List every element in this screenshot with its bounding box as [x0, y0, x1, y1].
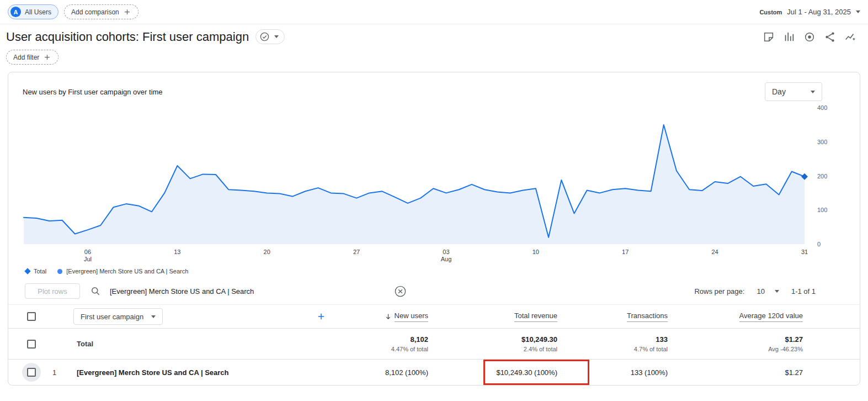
add-comparison-chip[interactable]: Add comparison [64, 4, 139, 19]
title-row: User acquisition cohorts: First user cam… [0, 24, 868, 45]
svg-text:300: 300 [817, 139, 827, 145]
granularity-select[interactable]: Day [765, 82, 822, 101]
date-range-type: Custom [759, 9, 782, 15]
row-index: 1 [52, 368, 56, 377]
svg-text:03: 03 [443, 249, 449, 255]
totals-new-users: 8,102 [410, 335, 428, 344]
total-marker-icon [24, 268, 30, 274]
totals-transactions: 133 [656, 335, 668, 344]
chevron-down-icon [151, 315, 156, 318]
totals-transactions-pct: 4.7% of total [634, 346, 668, 352]
date-range-picker[interactable]: Custom Jul 1 - Aug 31, 2025 [759, 8, 860, 16]
date-range-value: Jul 1 - Aug 31, 2025 [787, 8, 851, 16]
svg-text:Jul: Jul [84, 256, 92, 262]
all-users-label: All Users [25, 8, 51, 16]
rows-per-page-label: Rows per page: [694, 287, 744, 296]
svg-text:400: 400 [817, 104, 827, 111]
page-title: User acquisition cohorts: First user cam… [6, 30, 249, 44]
select-all-checkbox[interactable] [27, 312, 36, 321]
svg-text:200: 200 [817, 173, 827, 180]
table-search [90, 285, 407, 298]
column-header-average-120d-value[interactable]: Average 120d value [739, 312, 803, 322]
legend-label: [Evergreen] Merch Store US and CA | Sear… [66, 268, 188, 275]
column-header-total-revenue[interactable]: Total revenue [514, 312, 557, 322]
totals-new-users-pct: 4.47% of total [391, 346, 428, 352]
totals-avg-120d-value-sub: Avg -46.23% [768, 346, 803, 352]
chevron-down-icon [775, 290, 779, 293]
totals-avg-120d-value: $1.27 [785, 335, 803, 344]
plot-rows-button[interactable]: Plot rows [25, 283, 80, 299]
add-comparison-label: Add comparison [71, 8, 119, 16]
target-icon[interactable] [803, 30, 816, 44]
chart-legend: Total [Evergreen] Merch Store US and CA … [8, 265, 860, 278]
legend-item-total[interactable]: Total [25, 268, 46, 275]
column-header-transactions[interactable]: Transactions [627, 312, 668, 322]
legend-item-campaign[interactable]: [Evergreen] Merch Store US and CA | Sear… [57, 268, 188, 275]
audience-avatar: A [10, 7, 21, 17]
report-actions [762, 30, 860, 44]
table-header-row: First user campaign New users Total reve… [8, 304, 860, 329]
all-users-chip[interactable]: A All Users [8, 4, 58, 19]
pagination-label: 1-1 of 1 [791, 287, 816, 296]
svg-text:13: 13 [174, 249, 180, 255]
totals-row-checkbox[interactable] [27, 340, 36, 349]
row-campaign-name[interactable]: [Evergreen] Merch Store US and CA | Sear… [77, 368, 229, 377]
totals-total-revenue: $10,249.30 [521, 335, 557, 344]
rows-per-page-select[interactable]: 10 [757, 287, 779, 296]
search-icon [90, 286, 101, 297]
totals-total-revenue-pct: 2.4% of total [524, 346, 557, 352]
checkbox-halo [22, 363, 41, 382]
plus-icon [123, 8, 131, 16]
notes-icon[interactable] [762, 30, 775, 44]
data-quality-badge[interactable] [255, 29, 285, 44]
share-icon[interactable] [823, 30, 837, 44]
chart-header: New users by First user campaign over ti… [8, 72, 860, 101]
svg-text:100: 100 [817, 207, 827, 213]
pagination-controls: Rows per page: 10 1-1 of 1 [694, 287, 816, 296]
svg-text:31: 31 [801, 249, 808, 255]
row-transactions: 133 (100%) [631, 368, 668, 377]
row-total-revenue: $10,249.30 (100%) [496, 368, 557, 377]
topbar: A All Users Add comparison Custom Jul 1 … [0, 0, 868, 24]
sort-descending-icon [384, 313, 392, 321]
svg-text:0: 0 [817, 241, 821, 247]
clear-search-icon[interactable] [394, 285, 407, 298]
add-secondary-dimension-button[interactable] [316, 312, 326, 321]
svg-text:10: 10 [532, 249, 539, 255]
chevron-down-icon [856, 10, 860, 13]
row-new-users: 8,102 (100%) [385, 368, 428, 377]
svg-text:17: 17 [622, 249, 629, 255]
search-input[interactable] [109, 287, 386, 296]
svg-text:06: 06 [84, 249, 91, 255]
timeseries-line-chart[interactable]: 010020030040006Jul13202703Aug10172431 [8, 101, 859, 265]
add-filter-label: Add filter [13, 54, 39, 61]
chevron-down-icon [274, 35, 279, 38]
row-avg-120d-value: $1.27 [785, 368, 803, 377]
bar-chart-icon[interactable] [782, 30, 796, 44]
row-checkbox[interactable] [27, 368, 36, 377]
check-circle-icon [259, 31, 270, 42]
table-totals-row: Total 8,102 4.47% of total $10,249.30 2.… [8, 329, 860, 360]
campaign-marker-icon [57, 269, 62, 274]
add-filter-chip[interactable]: Add filter [6, 50, 58, 65]
column-header-new-users[interactable]: New users [395, 312, 428, 322]
table-toolbar: Plot rows Rows per page: 10 1-1 of 1 [8, 278, 860, 304]
chart-title: New users by First user campaign over ti… [23, 82, 163, 96]
dimension-header-label: First user campaign [81, 313, 143, 321]
svg-text:24: 24 [711, 249, 718, 255]
insights-icon[interactable] [844, 30, 857, 44]
table-row[interactable]: 1 [Evergreen] Merch Store US and CA | Se… [8, 360, 860, 385]
legend-label: Total [34, 268, 46, 275]
dimension-select[interactable]: First user campaign [73, 308, 163, 325]
chevron-down-icon [811, 91, 815, 93]
granularity-value: Day [772, 87, 786, 96]
rows-per-page-value: 10 [757, 287, 764, 296]
svg-text:27: 27 [353, 249, 360, 255]
plus-icon [43, 53, 51, 61]
svg-text:20: 20 [264, 249, 270, 255]
report-card: New users by First user campaign over ti… [8, 72, 860, 386]
filter-row: Add filter [0, 45, 868, 72]
svg-text:Aug: Aug [441, 256, 452, 262]
totals-label: Total [77, 340, 93, 348]
